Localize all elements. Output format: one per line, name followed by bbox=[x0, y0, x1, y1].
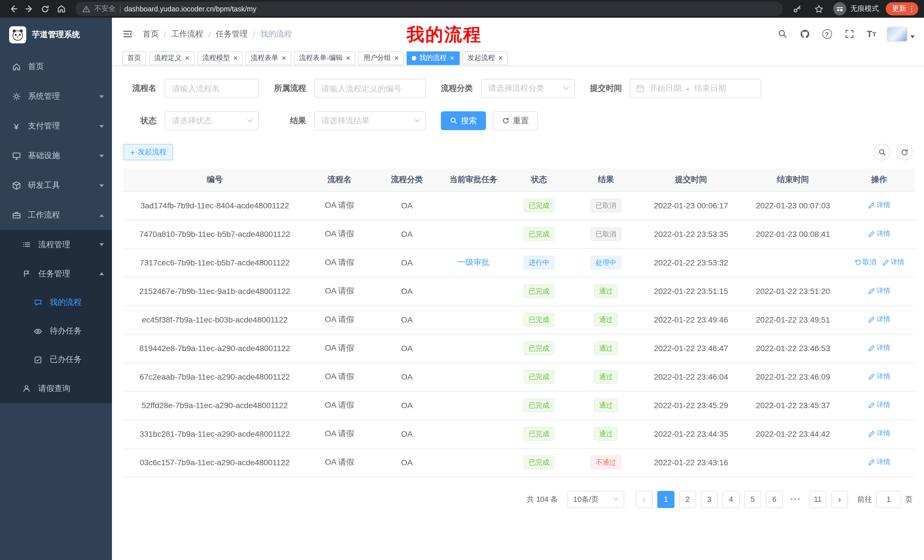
tab-0[interactable]: 首页 bbox=[122, 51, 146, 65]
sidebar-item-my-process[interactable]: 我的流程 bbox=[0, 288, 112, 317]
hamburger-icon[interactable] bbox=[121, 28, 134, 40]
breadcrumb-item[interactable]: 首页 bbox=[143, 29, 159, 39]
sidebar-item-leave-query[interactable]: 请假查询 bbox=[0, 374, 112, 403]
table-row: 7317cec6-7b9b-11ec-b5b7-acde48001122OA 请… bbox=[123, 248, 915, 277]
detail-action[interactable]: 详情 bbox=[868, 315, 890, 325]
category-select[interactable]: 请选择流程分类 bbox=[481, 79, 575, 97]
font-size-icon[interactable]: TT bbox=[865, 27, 878, 41]
result-select[interactable]: 请选择流结果 bbox=[314, 111, 426, 130]
detail-action[interactable]: 详情 bbox=[868, 201, 890, 210]
password-key-icon[interactable] bbox=[790, 1, 805, 16]
browser-reload-icon[interactable] bbox=[38, 1, 52, 16]
tab-5[interactable]: 用户分组× bbox=[358, 51, 404, 65]
cell-submit-time: 2022-01-22 23:43:16 bbox=[640, 448, 742, 477]
sidebar-item-task-mgmt[interactable]: 任务管理 bbox=[0, 259, 112, 288]
pagination-next-button[interactable]: › bbox=[831, 491, 848, 508]
browser-back-icon[interactable] bbox=[6, 1, 21, 16]
cell-id: 331bc281-7b9a-11ec-a290-acde48001122 bbox=[123, 419, 306, 448]
refresh-table-button[interactable] bbox=[896, 144, 913, 160]
sidebar-item-system[interactable]: 系统管理 bbox=[0, 82, 112, 111]
cancel-action[interactable]: 取消 bbox=[854, 258, 876, 267]
table-row: 331bc281-7b9a-11ec-a290-acde48001122OA 请… bbox=[123, 419, 915, 448]
column-header-3: 当前审批任务 bbox=[441, 168, 506, 191]
tab-close-icon[interactable]: × bbox=[185, 54, 189, 61]
update-button[interactable]: 更新 ⋮ bbox=[886, 2, 918, 15]
app-logo[interactable]: 芋道管理系统 bbox=[0, 18, 112, 52]
pagination-total: 共 104 条 bbox=[526, 494, 558, 505]
address-bar[interactable]: 不安全 dashboard.yudao.iocoder.cn/bpm/task/… bbox=[75, 2, 783, 16]
infra-icon bbox=[11, 151, 21, 161]
detail-action[interactable]: 详情 bbox=[868, 429, 890, 439]
sidebar-item-workflow[interactable]: 工作流程 bbox=[0, 201, 112, 230]
cell-actions: 详情 bbox=[843, 448, 915, 477]
owner-process-input[interactable] bbox=[314, 79, 426, 97]
fullscreen-icon[interactable] bbox=[842, 27, 856, 41]
pagination-page-2[interactable]: 2 bbox=[679, 491, 696, 508]
tab-close-icon[interactable]: × bbox=[233, 54, 238, 61]
detail-action[interactable]: 详情 bbox=[868, 286, 890, 296]
sidebar-item-infra[interactable]: 基础设施 bbox=[0, 141, 112, 171]
pagination-page-3[interactable]: 3 bbox=[701, 491, 718, 508]
status-placeholder: 请选择状态 bbox=[172, 115, 212, 126]
tab-close-icon[interactable]: × bbox=[450, 54, 454, 61]
sidebar: 芋道管理系统 首页 系统管理 ¥ 支付管理 bbox=[0, 18, 112, 560]
search-button[interactable]: 搜索 bbox=[441, 111, 486, 130]
pagination-page-5[interactable]: 5 bbox=[744, 491, 761, 508]
create-process-button[interactable]: + 发起流程 bbox=[123, 144, 173, 160]
sidebar-item-todo-tasks[interactable]: 待办任务 bbox=[0, 317, 112, 345]
tab-6[interactable]: 我的流程× bbox=[406, 51, 459, 65]
detail-action[interactable]: 详情 bbox=[868, 400, 890, 410]
cell-end-time bbox=[742, 448, 843, 477]
sidebar-item-devtools[interactable]: 研发工具 bbox=[0, 171, 112, 201]
cell-status: 进行中 bbox=[506, 248, 572, 277]
process-name-input[interactable] bbox=[165, 79, 259, 97]
sidebar-item-payment[interactable]: ¥ 支付管理 bbox=[0, 111, 112, 141]
detail-action[interactable]: 详情 bbox=[868, 372, 890, 382]
tab-close-icon[interactable]: × bbox=[394, 54, 399, 61]
check-square-icon bbox=[33, 355, 43, 364]
breadcrumb-item[interactable]: 工作流程 bbox=[171, 29, 203, 39]
tab-label: 首页 bbox=[128, 53, 141, 63]
detail-action[interactable]: 详情 bbox=[868, 458, 890, 467]
tab-7[interactable]: 发起流程× bbox=[462, 51, 508, 65]
page-size-select[interactable]: 10条/页 bbox=[567, 491, 624, 508]
header-search-icon[interactable] bbox=[776, 27, 789, 41]
tab-2[interactable]: 流程模型× bbox=[197, 51, 243, 65]
toggle-search-button[interactable] bbox=[874, 144, 890, 160]
tab-4[interactable]: 流程表单-编辑× bbox=[294, 51, 356, 65]
tab-1[interactable]: 流程定义× bbox=[149, 51, 195, 65]
sidebar-item-process-mgmt[interactable]: 流程管理 bbox=[0, 230, 112, 259]
pagination-page-11[interactable]: 11 bbox=[809, 491, 826, 508]
goto-page-input[interactable] bbox=[876, 491, 901, 508]
detail-action[interactable]: 详情 bbox=[868, 343, 890, 353]
pagination-page-1[interactable]: 1 bbox=[657, 491, 675, 508]
browser-home-icon[interactable] bbox=[54, 1, 69, 16]
browser-forward-icon[interactable] bbox=[22, 1, 36, 16]
tab-close-icon[interactable]: × bbox=[498, 54, 502, 61]
bookmark-star-icon[interactable] bbox=[812, 1, 826, 16]
user-avatar[interactable] bbox=[887, 27, 915, 41]
github-icon[interactable] bbox=[798, 27, 812, 41]
pagination-page-4[interactable]: 4 bbox=[722, 491, 740, 508]
breadcrumb-item[interactable]: 任务管理 bbox=[216, 29, 248, 39]
tab-3[interactable]: 流程表单× bbox=[246, 51, 291, 65]
sidebar-item-done-tasks[interactable]: 已办任务 bbox=[0, 345, 112, 374]
browser-menu-icon[interactable]: ⋮ bbox=[908, 4, 915, 13]
process-list-icon bbox=[22, 240, 32, 250]
tab-close-icon[interactable]: × bbox=[346, 54, 350, 61]
cell-end-time: 2022-01-23 00:07:03 bbox=[742, 191, 843, 220]
pagination-ellipsis[interactable]: ··· bbox=[788, 491, 805, 508]
sidebar-item-home[interactable]: 首页 bbox=[0, 52, 112, 82]
status-select[interactable]: 请选择状态 bbox=[165, 111, 259, 130]
current-task-link[interactable]: 一级审批 bbox=[458, 258, 489, 267]
cell-end-time: 2022-01-22 23:44:42 bbox=[742, 419, 843, 448]
tab-close-icon[interactable]: × bbox=[282, 54, 286, 61]
detail-action[interactable]: 详情 bbox=[882, 258, 904, 267]
help-icon[interactable]: ? bbox=[820, 27, 834, 41]
pagination-page-6[interactable]: 6 bbox=[766, 491, 783, 508]
reset-button[interactable]: 重置 bbox=[493, 111, 538, 130]
detail-action[interactable]: 详情 bbox=[868, 229, 890, 239]
status-tag: 已完成 bbox=[524, 199, 555, 213]
pagination-prev-button[interactable]: ‹ bbox=[636, 491, 653, 508]
date-range-picker[interactable]: 开始日期 - 结束日期 bbox=[630, 79, 761, 97]
